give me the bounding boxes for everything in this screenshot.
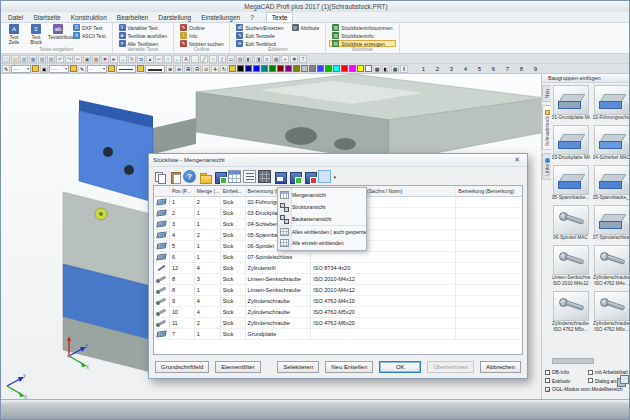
circle-icon[interactable]: ○ bbox=[209, 55, 217, 63]
ribbon-button-stücklisteninfo[interactable]: ▤Stücklisteninfo bbox=[329, 32, 395, 39]
rectangle-icon[interactable]: ▭ bbox=[227, 55, 235, 63]
part-item[interactable]: 07-Spindelschloss... bbox=[593, 205, 630, 241]
menu-item-baukastenansicht[interactable]: Baukastenansicht bbox=[278, 213, 366, 225]
list-view-icon[interactable] bbox=[243, 170, 256, 183]
color-swatch-13[interactable] bbox=[341, 65, 348, 72]
save-all-icon[interactable]: ▦ bbox=[29, 55, 37, 63]
color-swatch-7[interactable] bbox=[293, 65, 300, 72]
plot-preview-icon[interactable]: ▨ bbox=[47, 55, 55, 63]
ribbon-button-info[interactable]: iInfo bbox=[177, 32, 226, 39]
ribbon-button-ascii-text[interactable]: AASCII Text bbox=[70, 32, 109, 39]
table-row[interactable]: 83StckLinsen-SenkschraubeISO 2010-M4x12 bbox=[154, 274, 522, 285]
edit-mode-icon[interactable]: ✎ bbox=[2, 65, 10, 73]
linewidth-sample[interactable] bbox=[145, 65, 165, 73]
tab-datei[interactable]: Datei bbox=[3, 13, 28, 22]
part-item[interactable]: ZylinderschraubeISO 4762 M6x... bbox=[593, 291, 630, 333]
layer-button-2[interactable]: 2 bbox=[433, 66, 442, 72]
zoom-previous-icon[interactable]: ⊙ bbox=[202, 65, 210, 73]
ribbon-button-textliste-ausfüllen[interactable]: ≣Textliste ausfüllen bbox=[116, 32, 170, 39]
blend-icon[interactable]: ◧ bbox=[382, 65, 390, 73]
ribbon-button-text-block[interactable]: ≡Text Block bbox=[26, 24, 46, 47]
dialog-titlebar[interactable]: Stückliste - Mengenansicht ✕ bbox=[149, 154, 527, 167]
part-item[interactable]: ZylinderschraubeISO 4762 M5x... bbox=[552, 291, 589, 333]
color-swatch-12[interactable] bbox=[333, 65, 340, 72]
table-row[interactable]: 104StckZylinderschraubeISO 4762-M5x20 bbox=[154, 307, 522, 318]
color-swatch-4[interactable] bbox=[269, 65, 276, 72]
color-swatch-15[interactable] bbox=[357, 65, 364, 72]
color-swatch-10[interactable] bbox=[317, 65, 324, 72]
tab-konstruktion[interactable]: Konstruktion bbox=[66, 13, 112, 22]
table-row[interactable]: 124StckZylinderstiftISO 8734-4x20 bbox=[154, 263, 522, 274]
button-selektieren[interactable]: Selektieren bbox=[277, 361, 319, 373]
paste-icon[interactable]: ▩ bbox=[92, 55, 100, 63]
print-icon[interactable]: ▧ bbox=[38, 55, 46, 63]
ribbon-button-edit-textzeile[interactable]: ✎Edit Textzeile bbox=[233, 32, 286, 39]
ribbon-button-stücklisteninfosummen[interactable]: ▤Stücklisteninfosummen bbox=[329, 24, 395, 31]
tab-startseite[interactable]: Startseite bbox=[28, 13, 65, 22]
color-swatch-9[interactable] bbox=[309, 65, 316, 72]
image-icon[interactable]: ▣ bbox=[40, 65, 48, 73]
color-swatch-16[interactable] bbox=[365, 65, 372, 72]
undo-icon[interactable]: ↶ bbox=[56, 55, 64, 63]
line-icon[interactable]: ╱ bbox=[200, 55, 208, 63]
sidebar-tab-schraubstock[interactable]: Schraubstock bbox=[542, 105, 551, 150]
button-übernehmen[interactable]: Übernehmen bbox=[427, 361, 474, 373]
color-swatch-1[interactable] bbox=[245, 65, 252, 72]
color-swatch-11[interactable] bbox=[325, 65, 332, 72]
dither-icon[interactable]: ▩ bbox=[373, 65, 381, 73]
cut-icon[interactable]: ✂ bbox=[74, 55, 82, 63]
layer-button-3[interactable]: 3 bbox=[447, 66, 456, 72]
grid-icon[interactable]: ▦ bbox=[272, 55, 280, 63]
select-icon[interactable]: ► bbox=[110, 55, 118, 63]
sidebar-scrollbar[interactable] bbox=[552, 358, 594, 364]
tab-darstellung[interactable]: Darstellung bbox=[153, 13, 196, 22]
part-item[interactable]: 05-Spannbacke... bbox=[552, 165, 589, 201]
new-file-icon[interactable]: ▢ bbox=[2, 55, 10, 63]
import-icon[interactable] bbox=[213, 170, 226, 183]
tab-texte[interactable]: Texte bbox=[266, 12, 294, 22]
layer-button-4[interactable]: 4 bbox=[461, 66, 470, 72]
help-icon[interactable]: ? bbox=[183, 170, 196, 183]
redraw-icon[interactable]: ↻ bbox=[220, 65, 228, 73]
column-header-bemerkung-bemerkung[interactable]: Bemerkung (Bemerkung) bbox=[456, 186, 522, 196]
sidebar-tab-neu[interactable]: Neu bbox=[542, 85, 551, 102]
hatch-style-combo[interactable]: ····▾ bbox=[49, 65, 69, 73]
tab-einstellungen[interactable]: Einstellungen bbox=[196, 13, 245, 22]
layer-button-1[interactable]: 1 bbox=[419, 66, 428, 72]
part-item[interactable]: 01-Grundplatte MAC bbox=[552, 85, 589, 121]
pen-icon[interactable]: ✎ bbox=[78, 65, 86, 73]
open-folder-icon[interactable] bbox=[198, 170, 211, 183]
current-color-chip[interactable] bbox=[229, 65, 236, 72]
column-header-einheit[interactable]: Einheit... bbox=[221, 186, 246, 196]
part-item[interactable]: 02-Führungsschien... bbox=[593, 85, 630, 121]
ribbon-button-variabler-text[interactable]: VVariabler Text bbox=[116, 24, 170, 31]
color-swatch-2[interactable] bbox=[253, 65, 260, 72]
hatch-icon[interactable]: ▨ bbox=[236, 55, 244, 63]
part-item[interactable]: Linsen-Senkschra...ISO 2010 M4x12 bbox=[552, 245, 589, 287]
redo-icon[interactable]: ↷ bbox=[65, 55, 73, 63]
tab-bearbeiten[interactable]: Bearbeiten bbox=[112, 13, 153, 22]
color-swatch-3[interactable] bbox=[261, 65, 268, 72]
bars-icon[interactable]: ‖ bbox=[400, 65, 408, 73]
linetype-sample[interactable] bbox=[116, 65, 136, 73]
palette-icon[interactable]: ▦ bbox=[391, 65, 399, 73]
part-item[interactable]: ZylinderschraubeISO 4762 M4x... bbox=[593, 245, 630, 287]
ribbon-button-suchen-ersetzen[interactable]: abSuchen/Ersetzen bbox=[233, 24, 286, 31]
part-item[interactable]: 03-Druckplatte MAC bbox=[552, 125, 589, 161]
layer-button-9[interactable]: 9 bbox=[531, 66, 540, 72]
mirror-icon[interactable]: ⇆ bbox=[137, 55, 145, 63]
color-swatch-8[interactable] bbox=[301, 65, 308, 72]
move-icon[interactable]: ↔ bbox=[119, 55, 127, 63]
layers-icon[interactable]: ≡ bbox=[263, 55, 271, 63]
snap-icon[interactable]: + bbox=[281, 55, 289, 63]
open-file-icon[interactable]: ▤ bbox=[11, 55, 19, 63]
button-grundschriftfeld[interactable]: Grundschriftfeld bbox=[155, 361, 209, 373]
copy-icon[interactable]: ▣ bbox=[83, 55, 91, 63]
point-icon[interactable]: · bbox=[191, 55, 199, 63]
save-icon[interactable]: ▥ bbox=[20, 55, 28, 63]
table-row[interactable]: 112StckZylinderschraubeISO 4762-M6x20 bbox=[154, 318, 522, 329]
delete-icon[interactable]: ✖ bbox=[101, 55, 109, 63]
column-header-menge[interactable]: Menge (... bbox=[195, 186, 221, 196]
view-mode-icon[interactable]: ▾ bbox=[318, 170, 331, 183]
table-row[interactable]: 61Stck07-Spindelschloss bbox=[154, 252, 522, 263]
